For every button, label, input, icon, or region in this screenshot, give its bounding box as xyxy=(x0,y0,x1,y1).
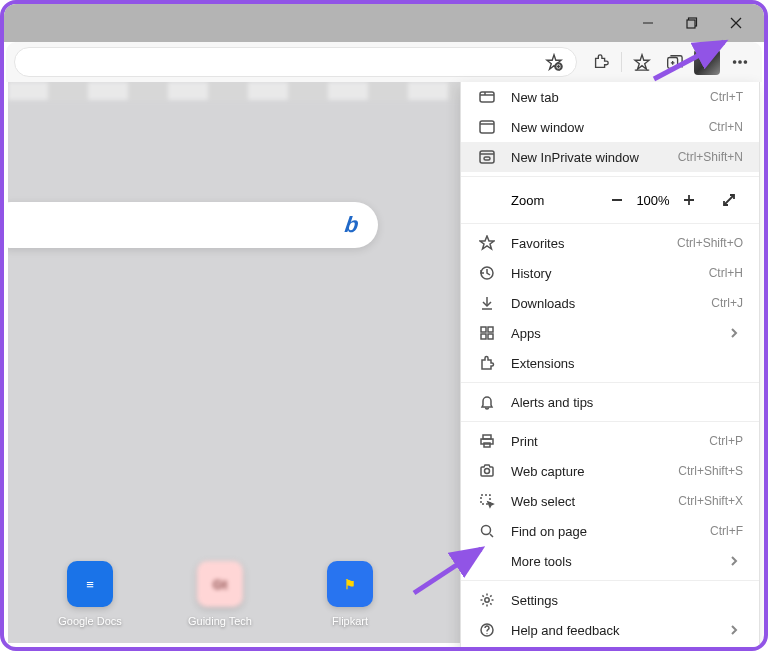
menu-item-extensions[interactable]: Extensions xyxy=(461,348,759,378)
menu-item-more-tools[interactable]: More tools xyxy=(461,546,759,576)
menu-item-help-and-feedback[interactable]: Help and feedback xyxy=(461,615,759,645)
menu-item-zoom: Zoom 100% xyxy=(461,181,759,219)
menu-item-apps[interactable]: Apps xyxy=(461,318,759,348)
address-bar[interactable] xyxy=(14,47,577,77)
menu-item-favorites[interactable]: Favorites Ctrl+Shift+O xyxy=(461,228,759,258)
menu-item-print[interactable]: Print Ctrl+P xyxy=(461,426,759,456)
profile-avatar[interactable] xyxy=(694,49,720,75)
menu-separator xyxy=(461,421,759,422)
shortcut-label: Ctrl+T xyxy=(710,90,743,104)
svg-point-45 xyxy=(485,598,489,602)
bing-logo-icon: b xyxy=(343,212,360,238)
zoom-value: 100% xyxy=(631,193,675,208)
chevron-right-icon xyxy=(729,623,743,638)
quick-link-google-docs[interactable]: ≡ Google Docs xyxy=(50,561,130,627)
menu-item-settings[interactable]: Settings xyxy=(461,585,759,615)
bing-search-bar[interactable]: b xyxy=(8,202,378,248)
menu-item-new-tab[interactable]: New tab Ctrl+T xyxy=(461,82,759,112)
shortcut-label: Ctrl+H xyxy=(709,266,743,280)
svg-rect-21 xyxy=(480,121,494,133)
quick-links: ≡ Google Docs Gt Guiding Tech ⚑ Flipkart xyxy=(50,561,390,627)
tab-icon xyxy=(477,87,497,107)
chevron-right-icon xyxy=(729,554,743,569)
svg-rect-35 xyxy=(488,327,493,332)
shortcut-label: Ctrl+Shift+S xyxy=(678,464,743,478)
select-icon xyxy=(477,491,497,511)
menu-separator xyxy=(461,223,759,224)
svg-rect-37 xyxy=(488,334,493,339)
svg-point-15 xyxy=(733,61,735,63)
svg-point-16 xyxy=(739,61,741,63)
shortcut-label: Ctrl+N xyxy=(709,120,743,134)
svg-rect-25 xyxy=(484,157,490,160)
shortcut-label: Ctrl+Shift+X xyxy=(678,494,743,508)
svg-point-43 xyxy=(482,526,491,535)
menu-separator xyxy=(461,176,759,177)
menu-item-downloads[interactable]: Downloads Ctrl+J xyxy=(461,288,759,318)
menu-item-new-window[interactable]: New window Ctrl+N xyxy=(461,112,759,142)
svg-rect-40 xyxy=(484,443,490,447)
menu-separator xyxy=(461,580,759,581)
svg-marker-30 xyxy=(480,236,494,249)
close-button[interactable] xyxy=(714,7,758,39)
svg-line-44 xyxy=(490,534,493,537)
shortcut-label: Ctrl+P xyxy=(709,434,743,448)
shortcut-label: Ctrl+J xyxy=(711,296,743,310)
minimize-button[interactable] xyxy=(626,7,670,39)
svg-point-17 xyxy=(744,61,746,63)
menu-item-new-inprivate-window[interactable]: New InPrivate window Ctrl+Shift+N xyxy=(461,142,759,172)
fullscreen-button[interactable] xyxy=(715,186,743,214)
gear-icon xyxy=(477,590,497,610)
apps-icon xyxy=(477,323,497,343)
capture-icon xyxy=(477,461,497,481)
zoom-out-button[interactable] xyxy=(603,186,631,214)
menu-item-alerts-and-tips[interactable]: Alerts and tips xyxy=(461,387,759,417)
history-icon xyxy=(477,263,497,283)
search-icon xyxy=(477,521,497,541)
collections-icon[interactable] xyxy=(658,46,690,78)
quick-link-flipkart[interactable]: ⚑ Flipkart xyxy=(310,561,390,627)
shortcut-label: Ctrl+Shift+N xyxy=(678,150,743,164)
menu-separator xyxy=(461,649,759,650)
svg-rect-34 xyxy=(481,327,486,332)
shortcut-label: Ctrl+Shift+O xyxy=(677,236,743,250)
menu-item-history[interactable]: History Ctrl+H xyxy=(461,258,759,288)
blank-icon xyxy=(477,551,497,571)
maximize-button[interactable] xyxy=(670,7,714,39)
titlebar xyxy=(4,4,764,42)
shortcut-label: Ctrl+F xyxy=(710,524,743,538)
settings-and-more-menu: New tab Ctrl+T New window Ctrl+N New InP… xyxy=(460,82,760,651)
more-menu-button[interactable] xyxy=(724,46,756,78)
browser-toolbar xyxy=(6,42,762,82)
download-icon xyxy=(477,293,497,313)
menu-separator xyxy=(461,382,759,383)
svg-marker-10 xyxy=(635,55,649,69)
svg-point-41 xyxy=(485,469,490,474)
quick-link-guiding-tech[interactable]: Gt Guiding Tech xyxy=(180,561,260,627)
puzzle-icon xyxy=(477,353,497,373)
window-icon xyxy=(477,117,497,137)
help-icon xyxy=(477,620,497,640)
chevron-right-icon xyxy=(729,326,743,341)
extensions-icon[interactable] xyxy=(585,46,617,78)
favorites-icon[interactable] xyxy=(626,46,658,78)
svg-line-29 xyxy=(724,195,734,205)
zoom-in-button[interactable] xyxy=(675,186,703,214)
svg-rect-18 xyxy=(480,92,494,102)
svg-point-47 xyxy=(486,633,487,634)
svg-rect-36 xyxy=(481,334,486,339)
menu-item-find-on-page[interactable]: Find on page Ctrl+F xyxy=(461,516,759,546)
separator xyxy=(621,52,622,72)
print-icon xyxy=(477,431,497,451)
svg-rect-2 xyxy=(687,20,695,28)
menu-item-web-select[interactable]: Web select Ctrl+Shift+X xyxy=(461,486,759,516)
inprivate-icon xyxy=(477,147,497,167)
star-icon xyxy=(477,233,497,253)
bell-icon xyxy=(477,392,497,412)
add-favorite-icon[interactable] xyxy=(538,46,570,78)
menu-item-web-capture[interactable]: Web capture Ctrl+Shift+S xyxy=(461,456,759,486)
